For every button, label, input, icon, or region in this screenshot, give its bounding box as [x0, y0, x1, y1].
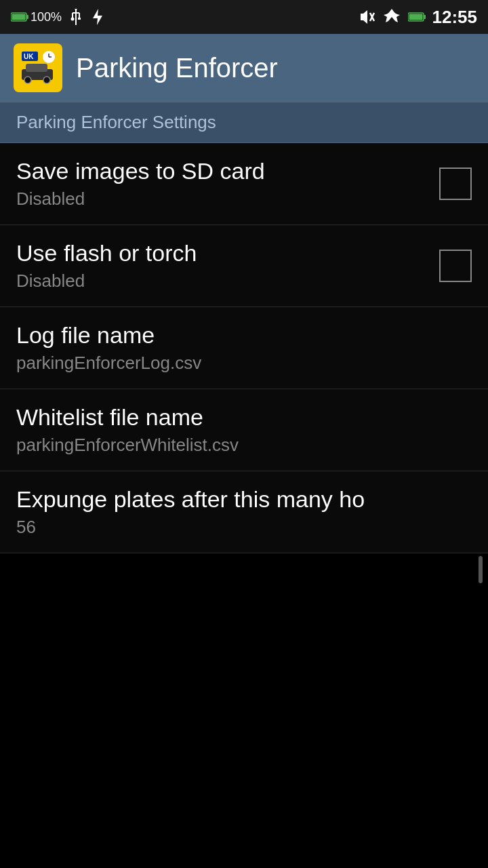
- mute-icon: [357, 7, 375, 26]
- status-bar: 100%: [0, 0, 488, 34]
- save-images-checkbox[interactable]: [439, 167, 472, 200]
- settings-section-header: Parking Enforcer Settings: [0, 102, 488, 143]
- section-title: Parking Enforcer Settings: [16, 112, 216, 132]
- battery-percent: 100%: [30, 11, 62, 23]
- settings-list: Save images to SD card Disabled Use flas…: [0, 143, 488, 553]
- svg-rect-23: [26, 64, 47, 72]
- svg-marker-11: [361, 10, 367, 24]
- settings-item-whitelist-text: Whitelist file name parkingEnforcerWhite…: [16, 404, 472, 456]
- settings-item-flash[interactable]: Use flash or torch Disabled: [0, 225, 488, 307]
- svg-point-7: [71, 18, 75, 21]
- settings-item-whitelist-label: Whitelist file name: [16, 404, 472, 431]
- svg-rect-2: [12, 14, 26, 20]
- svg-marker-9: [75, 9, 77, 11]
- settings-item-log-file-label: Log file name: [16, 322, 472, 349]
- settings-item-save-images-value: Disabled: [16, 189, 426, 210]
- battery-right-icon: [408, 12, 426, 22]
- scrollbar: [479, 556, 483, 583]
- app-logo: UK: [14, 43, 62, 92]
- settings-item-flash-text: Use flash or torch Disabled: [16, 240, 426, 292]
- app-title: Parking Enforcer: [76, 53, 278, 83]
- settings-item-expunge-value: 56: [16, 517, 472, 538]
- settings-item-log-file-value: parkingEnforcerLog.csv: [16, 353, 472, 374]
- settings-item-log-file-text: Log file name parkingEnforcerLog.csv: [16, 322, 472, 374]
- status-left-icons: 100%: [11, 7, 105, 26]
- charging-icon: [90, 7, 105, 26]
- svg-rect-8: [78, 18, 81, 20]
- settings-item-save-images[interactable]: Save images to SD card Disabled: [0, 143, 488, 225]
- svg-point-25: [43, 77, 50, 83]
- settings-item-expunge-label: Expunge plates after this many ho: [16, 486, 472, 513]
- battery-icon: [11, 12, 28, 22]
- battery-indicator: 100%: [11, 11, 62, 23]
- settings-item-flash-label: Use flash or torch: [16, 240, 426, 267]
- settings-item-log-file[interactable]: Log file name parkingEnforcerLog.csv: [0, 307, 488, 389]
- svg-marker-10: [93, 9, 102, 25]
- settings-item-save-images-text: Save images to SD card Disabled: [16, 158, 426, 210]
- svg-point-24: [24, 77, 31, 83]
- usb-icon: [68, 7, 83, 26]
- svg-text:UK: UK: [24, 53, 34, 60]
- settings-item-whitelist-value: parkingEnforcerWhitelist.csv: [16, 435, 472, 456]
- app-header: UK Parking Enforcer: [0, 34, 488, 102]
- settings-item-expunge[interactable]: Expunge plates after this many ho 56: [0, 471, 488, 553]
- svg-rect-1: [26, 15, 28, 19]
- status-time: 12:55: [432, 7, 478, 28]
- svg-rect-16: [409, 14, 422, 20]
- settings-item-save-images-label: Save images to SD card: [16, 158, 426, 184]
- airplane-mode-icon: [382, 7, 401, 26]
- settings-item-flash-value: Disabled: [16, 271, 426, 292]
- svg-rect-15: [424, 15, 426, 19]
- status-right-icons: 12:55: [357, 7, 478, 28]
- settings-item-expunge-text: Expunge plates after this many ho 56: [16, 486, 472, 538]
- settings-item-whitelist[interactable]: Whitelist file name parkingEnforcerWhite…: [0, 389, 488, 471]
- flash-checkbox[interactable]: [439, 250, 472, 282]
